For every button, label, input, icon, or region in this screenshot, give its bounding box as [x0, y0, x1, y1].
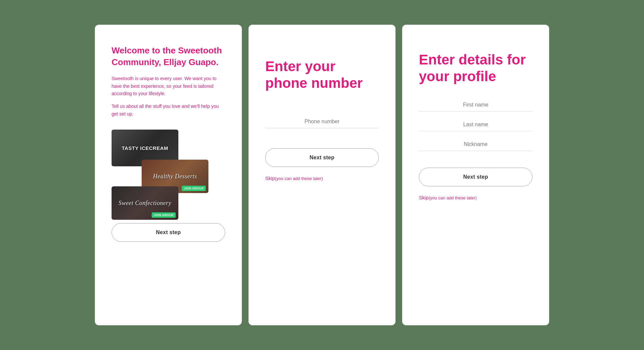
phone-input[interactable] [265, 119, 379, 125]
screens-container: Welcome to the Sweetooth Community, Ellj… [21, 25, 623, 325]
card-confectionery-label: Sweet Confectionery [119, 200, 171, 207]
screen3-next-button[interactable]: Next step [419, 168, 532, 186]
card-confectionery: Sweet Confectionery JOIN GROUP [112, 186, 178, 220]
nickname-wrapper [419, 141, 532, 151]
screen2-next-button[interactable]: Next step [265, 148, 379, 167]
join-group-badge-desserts[interactable]: JOIN GROUP [182, 186, 206, 191]
skip-link-3[interactable]: Skip [419, 195, 429, 200]
phone-screen: Enter your phone number Next step Skip(y… [249, 25, 395, 325]
profile-screen: Enter details for your profile Next step… [402, 25, 549, 325]
welcome-title: Welcome to the Sweetooth Community, Ellj… [112, 45, 225, 68]
last-name-wrapper [419, 122, 532, 131]
skip-subtext: (you can add these later) [275, 176, 323, 181]
first-name-wrapper [419, 102, 532, 112]
nickname-input[interactable] [419, 141, 532, 147]
first-name-input[interactable] [419, 102, 532, 108]
skip-container: Skip(you can add these later) [265, 175, 379, 181]
welcome-body-1: Sweetooth is unique to every user. We wa… [112, 75, 225, 97]
phone-input-wrapper [265, 119, 379, 128]
phone-title: Enter your phone number [265, 58, 379, 92]
last-name-input[interactable] [419, 122, 532, 128]
join-group-badge-confectionery[interactable]: JOIN GROUP [152, 212, 176, 218]
details-title: Enter details for your profile [419, 51, 532, 85]
skip-link[interactable]: Skip [265, 175, 275, 181]
image-stack: TASTY ICECREAM Healthy Desserts JOIN GRO… [112, 130, 208, 210]
card-desserts-label: Healthy Desserts [153, 173, 197, 180]
skip-subtext-3: (you can add these later) [429, 195, 477, 200]
skip-container-3: Skip(you can add these later) [419, 195, 532, 201]
welcome-body-2: Tell us about all the stuff you love and… [112, 103, 225, 118]
card-icecream-label: TASTY ICECREAM [122, 145, 168, 151]
screen1-next-button[interactable]: Next step [112, 223, 225, 242]
welcome-screen: Welcome to the Sweetooth Community, Ellj… [95, 25, 242, 325]
